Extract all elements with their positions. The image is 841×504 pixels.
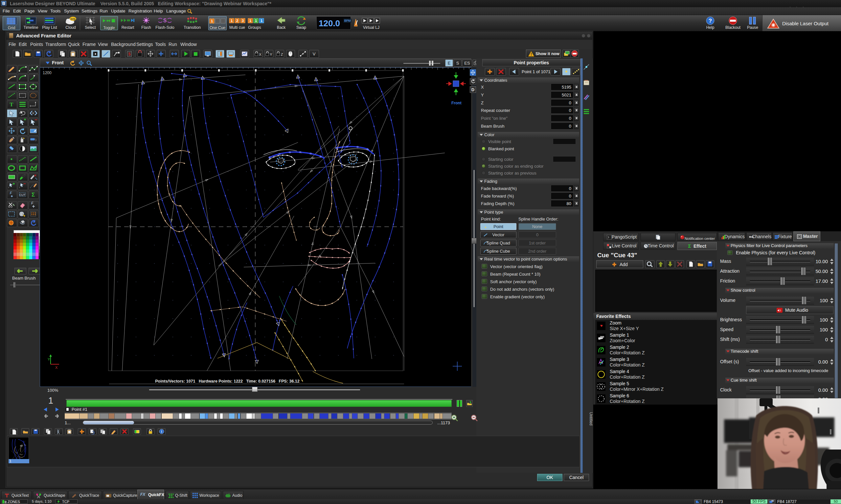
svg-text:1: 1 bbox=[211, 19, 213, 23]
svg-text:1200: 1200 bbox=[43, 71, 52, 75]
svg-text:beta: beta bbox=[71, 18, 75, 20]
svg-text:5: 5 bbox=[128, 52, 131, 56]
svg-text:?: ? bbox=[709, 18, 712, 24]
svg-text:1: 1 bbox=[255, 19, 257, 23]
svg-text:1: 1 bbox=[230, 19, 233, 23]
svg-text:X: X bbox=[55, 365, 58, 370]
svg-text:1: 1 bbox=[260, 19, 262, 23]
svg-text:1: 1 bbox=[250, 19, 251, 23]
svg-text:T: T bbox=[10, 102, 14, 108]
svg-text:Points/Vectors: 1071 Hardwar: Points/Vectors: 1071 Hardware Points: 12… bbox=[155, 379, 299, 383]
svg-text:S: S bbox=[163, 18, 167, 23]
svg-text:Σ: Σ bbox=[32, 192, 35, 198]
svg-text:i: i bbox=[161, 430, 162, 433]
svg-text:!: ! bbox=[531, 52, 532, 57]
svg-text:F: F bbox=[10, 191, 12, 195]
svg-text:X: X bbox=[259, 53, 261, 56]
svg-text:3: 3 bbox=[242, 19, 244, 23]
svg-text:CUT: CUT bbox=[19, 193, 25, 197]
svg-text:F: F bbox=[31, 201, 34, 205]
svg-text:Front: Front bbox=[451, 101, 462, 105]
svg-text:2: 2 bbox=[236, 19, 238, 23]
svg-text:Z: Z bbox=[281, 53, 283, 56]
svg-text:Y: Y bbox=[270, 53, 272, 56]
svg-text:V: V bbox=[313, 52, 316, 56]
svg-text:Y: Y bbox=[48, 357, 50, 361]
